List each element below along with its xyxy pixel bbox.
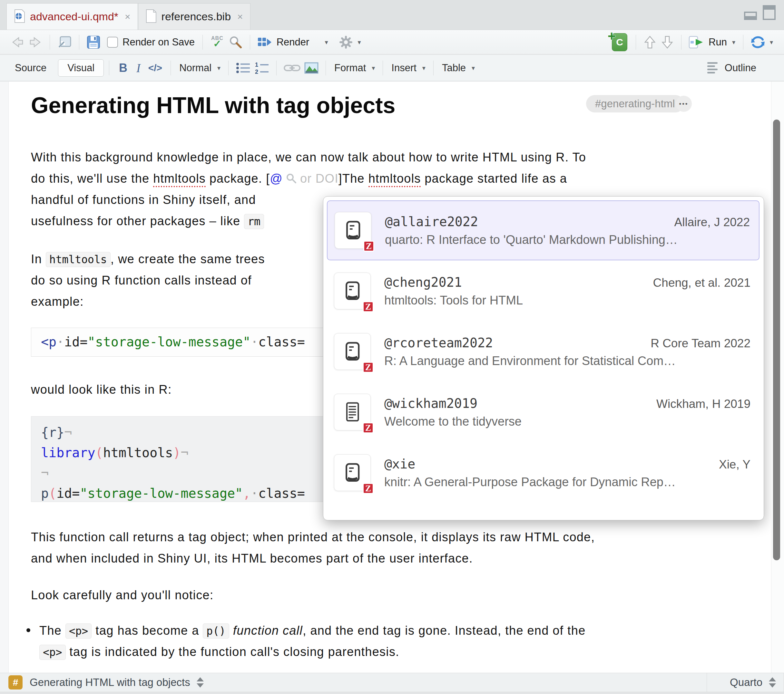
citation-title: quarto: R Interface to 'Quarto' Markdown…	[385, 233, 750, 247]
document-heading: Generating HTML with tag objects	[31, 92, 395, 118]
numbered-list-icon[interactable]: 12	[254, 61, 269, 74]
visual-mode-button[interactable]: Visual	[58, 59, 104, 77]
back-icon[interactable]	[10, 36, 25, 49]
spellcheck-icon[interactable]: ABC ✓	[211, 36, 223, 49]
italic-button[interactable]: I	[137, 61, 140, 75]
bold-button[interactable]: B	[119, 61, 127, 75]
book-icon	[341, 280, 363, 302]
citation-item[interactable]: Z @cheng2021Cheng, et al. 2021 htmltools…	[327, 261, 759, 321]
paragraph-line: would look like this in R:	[31, 383, 172, 396]
rstudio-source-pane: advanced-ui.qmd* × references.bib ×	[0, 0, 784, 694]
paragraph-line: do so using R function calls instead of	[31, 273, 252, 288]
section-navigator-updown-icon[interactable]	[197, 677, 204, 687]
go-next-section-icon[interactable]	[660, 35, 674, 49]
render-button[interactable]: Render	[277, 36, 310, 48]
citation-item[interactable]: Z @rcoreteam2022R Core Team 2022 R: A La…	[327, 322, 759, 382]
divider	[326, 61, 326, 76]
citation-item[interactable]: Z @allaire2022Allaire, J 2022 quarto: R …	[327, 201, 759, 260]
tab-bar: advanced-ui.qmd* × references.bib ×	[0, 0, 784, 30]
vertical-scrollbar-thumb[interactable]	[773, 120, 780, 560]
svg-text:1: 1	[255, 61, 258, 68]
open-in-new-window-icon[interactable]	[57, 35, 72, 49]
link-icon[interactable]	[284, 63, 300, 73]
citation-key: @rcoreteam2022	[384, 335, 493, 350]
paragraph-line: handful of functions in Shiny itself, an…	[31, 193, 256, 207]
maximize-pane-icon[interactable]	[763, 5, 776, 21]
divider	[203, 35, 203, 49]
close-icon[interactable]: ×	[125, 11, 130, 22]
visual-editor-canvas[interactable]: Generating HTML with tag objects #genera…	[0, 82, 784, 673]
divider	[250, 35, 250, 49]
outline-toggle[interactable]: Outline	[707, 62, 759, 74]
bib-file-icon	[145, 9, 157, 25]
close-icon[interactable]: ×	[237, 11, 243, 22]
run-button[interactable]: Run	[708, 36, 727, 48]
citation-search-icon[interactable]	[286, 173, 297, 187]
table-menu-caret[interactable]: ▾	[472, 64, 475, 72]
citation-author: Cheng, et al. 2021	[653, 276, 751, 289]
gear-dropdown-caret[interactable]: ▾	[357, 38, 361, 46]
rerun-source-icon[interactable]	[751, 35, 765, 49]
paragraph-style-caret[interactable]: ▾	[217, 64, 221, 72]
image-icon[interactable]	[304, 62, 318, 74]
insert-chunk-button[interactable]: + C	[612, 33, 628, 51]
section-hash-icon: #	[8, 675, 23, 689]
divider	[109, 61, 109, 76]
citation-item[interactable]: Z @xieXie, Y knitr: A General-Purpose Pa…	[327, 443, 759, 503]
inline-code: htmltools	[46, 252, 110, 267]
tab-references-bib[interactable]: references.bib ×	[138, 3, 250, 30]
render-dropdown-caret[interactable]: ▾	[324, 38, 328, 46]
zotero-badge: Z	[363, 423, 374, 433]
rerun-dropdown-caret[interactable]: ▾	[770, 38, 773, 46]
tab-label: references.bib	[161, 10, 231, 23]
insert-menu[interactable]: Insert	[391, 62, 417, 74]
format-menu[interactable]: Format	[334, 62, 366, 74]
citation-key: @cheng2021	[384, 275, 462, 289]
tab-advanced-ui-qmd[interactable]: advanced-ui.qmd* ×	[7, 3, 138, 30]
forward-icon[interactable]	[28, 36, 43, 49]
search-icon[interactable]	[229, 35, 243, 49]
heading-options-button[interactable]: •••	[676, 96, 692, 112]
divider	[49, 35, 50, 49]
citation-autocomplete-popup: Z @allaire2022Allaire, J 2022 quarto: R …	[323, 196, 764, 520]
citation-placeholder: or DOI	[300, 172, 338, 185]
paragraph-line: and when included in Shiny UI, its HTML …	[31, 552, 473, 566]
status-bar: # Generating HTML with tag objects Quart…	[0, 673, 784, 692]
paragraph-style-select[interactable]: Normal	[179, 62, 211, 74]
format-menu-caret[interactable]: ▾	[372, 64, 375, 72]
section-navigator[interactable]: Generating HTML with tag objects	[30, 676, 190, 689]
citation-key: @allaire2022	[385, 214, 478, 229]
main-toolbar: Render on Save ABC ✓ Render ▾ ▾ + C	[0, 30, 784, 54]
pane-window-buttons	[744, 5, 776, 21]
paragraph-line: Look carefully and you'll notice:	[31, 588, 214, 602]
run-dropdown-caret[interactable]: ▾	[732, 38, 735, 46]
citation-author: R Core Team 2022	[651, 337, 751, 350]
zotero-badge: Z	[363, 241, 374, 252]
citation-title: htmltools: Tools for HTML	[384, 294, 751, 308]
go-previous-section-icon[interactable]	[643, 35, 657, 49]
gear-icon[interactable]	[339, 35, 353, 49]
mode-updown-icon	[769, 677, 776, 687]
section-anchor-badge[interactable]: #generating-html	[586, 95, 684, 112]
insert-menu-caret[interactable]: ▾	[422, 64, 425, 72]
citation-source-icon: Z	[334, 333, 371, 370]
zotero-badge: Z	[363, 362, 374, 373]
save-icon[interactable]	[86, 35, 100, 49]
render-icon	[257, 36, 272, 48]
render-on-save-label: Render on Save	[122, 36, 195, 48]
citation-item[interactable]: Z @wickham2019Wickham, H 2019 Welcome to…	[327, 382, 759, 442]
minimize-pane-icon[interactable]	[744, 9, 757, 21]
render-on-save-checkbox[interactable]	[107, 37, 118, 48]
run-icon	[688, 36, 704, 49]
inline-code: <p>	[40, 645, 66, 660]
inline-code: rm	[244, 214, 264, 229]
bullet-line: <p> tag is indicated by the function cal…	[40, 645, 399, 659]
document-mode-selector[interactable]: Quarto	[707, 673, 784, 692]
inline-code-button[interactable]: </>	[148, 62, 162, 74]
table-menu[interactable]: Table	[442, 62, 466, 74]
source-mode-button[interactable]: Source	[15, 62, 46, 74]
qmd-file-icon	[14, 9, 25, 25]
divider	[276, 61, 277, 76]
book-icon	[341, 462, 363, 483]
bullet-list-icon[interactable]	[236, 62, 250, 74]
